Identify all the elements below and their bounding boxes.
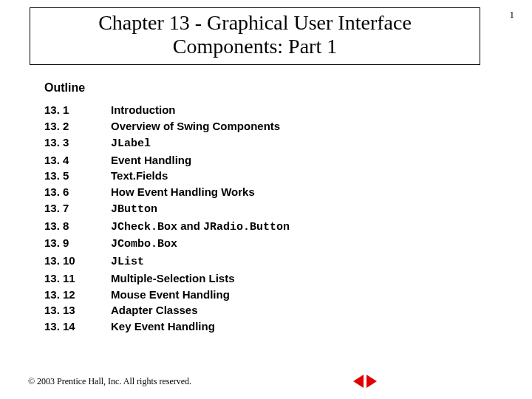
outline-item-title: JCheck.Box and JRadio.Button [111, 218, 290, 236]
outline-item-number: 13. 8 [44, 218, 111, 236]
outline-item-title: Text.Fields [111, 168, 168, 184]
outline-item: 13. 12Mouse Event Handling [44, 287, 532, 303]
outline-item-number: 13. 10 [44, 253, 111, 270]
outline-item-title: Mouse Event Handling [111, 287, 230, 303]
outline-item-number: 13. 9 [44, 235, 111, 253]
outline-item-title: How Event Handling Works [111, 184, 255, 200]
outline-item-number: 13. 3 [44, 134, 111, 152]
outline-item: 13. 1Introduction [44, 102, 532, 118]
outline-item-title: Introduction [111, 102, 175, 118]
outline-item-number: 13. 1 [44, 102, 111, 118]
page-number: 1 [510, 9, 515, 21]
outline-item: 13. 10JList [44, 253, 532, 270]
outline-item-number: 13. 4 [44, 152, 111, 168]
nav-icons [353, 375, 377, 388]
outline-item-title: JButton [111, 200, 157, 218]
outline-item-number: 13. 5 [44, 168, 111, 184]
outline-item-title: Key Event Handling [111, 318, 215, 335]
outline-item-title: JList [111, 253, 144, 270]
outline-list: 13. 1Introduction13. 2Overview of Swing … [44, 102, 532, 335]
outline-item-title: Multiple-Selection Lists [111, 270, 235, 287]
next-slide-icon[interactable] [366, 375, 377, 388]
copyright-text: © 2003 Prentice Hall, Inc. All rights re… [28, 376, 191, 387]
outline-item: 13. 13Adapter Classes [44, 302, 532, 318]
outline-item: 13. 8JCheck.Box and JRadio.Button [44, 218, 532, 236]
outline-item: 13. 14Key Event Handling [44, 318, 532, 335]
outline-item-number: 13. 6 [44, 184, 111, 200]
outline-item: 13. 4Event Handling [44, 152, 532, 168]
outline-item-number: 13. 13 [44, 302, 111, 318]
outline-item: 13. 5Text.Fields [44, 168, 532, 184]
outline-item-number: 13. 2 [44, 118, 111, 134]
outline-heading: Outline [44, 81, 532, 95]
outline-item-title: JLabel [111, 134, 151, 152]
outline-item-number: 13. 12 [44, 287, 111, 303]
outline-item: 13. 2Overview of Swing Components [44, 118, 532, 134]
outline-item-title: JCombo.Box [111, 235, 177, 253]
outline-item-number: 13. 11 [44, 270, 111, 287]
outline-item: 13. 6How Event Handling Works [44, 184, 532, 200]
outline-item-title: Adapter Classes [111, 302, 198, 318]
outline-item-title: Overview of Swing Components [111, 118, 280, 134]
outline-item: 13. 7JButton [44, 200, 532, 218]
prev-slide-icon[interactable] [353, 375, 364, 388]
outline-item-number: 13. 14 [44, 318, 111, 335]
outline-item: 13. 9JCombo.Box [44, 235, 532, 253]
outline-item: 13. 3JLabel [44, 134, 532, 152]
outline-item: 13. 11Multiple-Selection Lists [44, 270, 532, 287]
outline-item-number: 13. 7 [44, 200, 111, 218]
outline-item-title: Event Handling [111, 152, 191, 168]
chapter-title-line1: Chapter 13 - Graphical User Interface [38, 11, 472, 35]
footer: © 2003 Prentice Hall, Inc. All rights re… [28, 375, 517, 388]
chapter-title-line2: Components: Part 1 [38, 35, 472, 58]
chapter-title-box: Chapter 13 - Graphical User Interface Co… [30, 7, 480, 65]
